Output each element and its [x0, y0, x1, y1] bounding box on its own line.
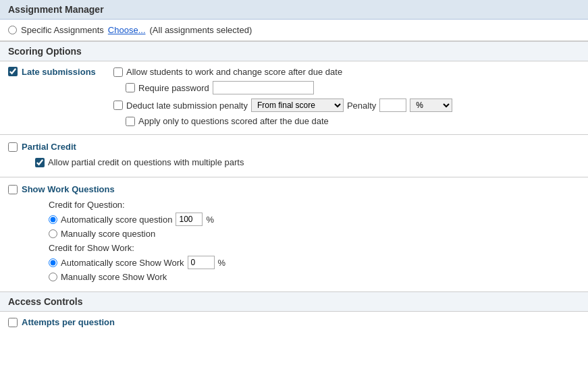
credit-for-show-work-label: Credit for Show Work:: [49, 243, 580, 253]
late-submissions-section: Late submissions Allow students to work …: [0, 61, 588, 132]
partial-credit-header-row: Partial Credit: [8, 142, 580, 152]
specific-assignments-label: Specific Assignments: [21, 25, 104, 35]
auto-score-question-radio[interactable]: [49, 215, 57, 224]
require-password-row: Require password: [113, 81, 452, 94]
deduct-penalty-row: Deduct late submission penalty From fina…: [113, 99, 452, 112]
all-assignments-label: (All assignments selected): [150, 25, 252, 35]
require-password-label: Require password: [138, 83, 209, 93]
attempts-per-question-checkbox[interactable]: [8, 318, 18, 327]
manually-score-show-work-row: Manually score Show Work: [49, 272, 580, 282]
show-work-checkbox[interactable]: [8, 185, 18, 194]
manually-score-question-label: Manually score question: [61, 229, 155, 239]
late-submissions-label: Late submissions: [22, 67, 103, 77]
manually-score-question-radio[interactable]: [49, 229, 57, 238]
penalty-label: Penalty: [347, 101, 376, 111]
choose-link[interactable]: Choose...: [108, 25, 146, 35]
attempts-per-question-label: Attempts per question: [22, 317, 115, 327]
auto-score-show-work-percent: %: [218, 258, 226, 268]
app-title: Assignment Manager: [0, 0, 588, 20]
partial-credit-checkbox[interactable]: [8, 142, 18, 152]
deduct-penalty-label: Deduct late submission penalty: [126, 101, 248, 111]
auto-score-show-work-radio[interactable]: [49, 258, 57, 267]
access-controls-header: Access Controls: [0, 291, 588, 312]
auto-score-show-work-label: Automatically score Show Work: [61, 258, 184, 268]
deduct-penalty-checkbox[interactable]: [113, 101, 123, 110]
apply-only-label: Apply only to questions scored after the…: [138, 116, 329, 126]
require-password-checkbox[interactable]: [126, 83, 135, 92]
auto-score-show-work-row: Automatically score Show Work %: [49, 256, 580, 269]
auto-score-show-work-input[interactable]: [188, 256, 215, 269]
show-work-label: Show Work Questions: [22, 184, 115, 194]
specific-assignments-row: Specific Assignments Choose... (All assi…: [0, 20, 588, 41]
auto-score-question-input[interactable]: [176, 213, 203, 226]
allow-students-row: Allow students to work and change score …: [113, 67, 452, 77]
apply-only-checkbox[interactable]: [126, 117, 135, 126]
specific-assignments-radio[interactable]: [8, 26, 17, 34]
scoring-options-header: Scoring Options: [0, 41, 588, 61]
credit-for-question-block: Credit for Question: Automatically score…: [8, 200, 580, 282]
partial-credit-section: Partial Credit Allow partial credit on q…: [0, 138, 588, 174]
percent-select[interactable]: % points: [410, 99, 452, 112]
credit-for-question-label: Credit for Question:: [49, 200, 580, 210]
allow-partial-credit-checkbox[interactable]: [35, 158, 45, 167]
manually-score-show-work-radio[interactable]: [49, 273, 57, 281]
allow-partial-credit-row: Allow partial credit on questions with m…: [8, 157, 580, 167]
allow-partial-credit-label: Allow partial credit on questions with m…: [48, 157, 244, 167]
manually-score-show-work-label: Manually score Show Work: [61, 272, 167, 282]
allow-students-label: Allow students to work and change score …: [126, 67, 342, 77]
auto-score-question-percent: %: [206, 215, 214, 225]
penalty-input[interactable]: [379, 99, 406, 112]
manually-score-question-row: Manually score question: [49, 229, 580, 239]
apply-only-row: Apply only to questions scored after the…: [113, 116, 452, 126]
attempts-per-question-row: Attempts per question: [0, 312, 588, 333]
partial-credit-label: Partial Credit: [22, 142, 76, 152]
auto-score-question-row: Automatically score question %: [49, 213, 580, 226]
from-final-score-select[interactable]: From final score From each question: [251, 99, 344, 112]
allow-students-checkbox[interactable]: [113, 67, 123, 77]
show-work-header-row: Show Work Questions: [8, 184, 580, 194]
password-input[interactable]: [213, 81, 314, 94]
late-submissions-options: Allow students to work and change score …: [107, 67, 452, 126]
show-work-section: Show Work Questions Credit for Question:…: [0, 180, 588, 291]
late-submissions-checkbox[interactable]: [8, 67, 18, 76]
auto-score-question-label: Automatically score question: [61, 215, 172, 225]
